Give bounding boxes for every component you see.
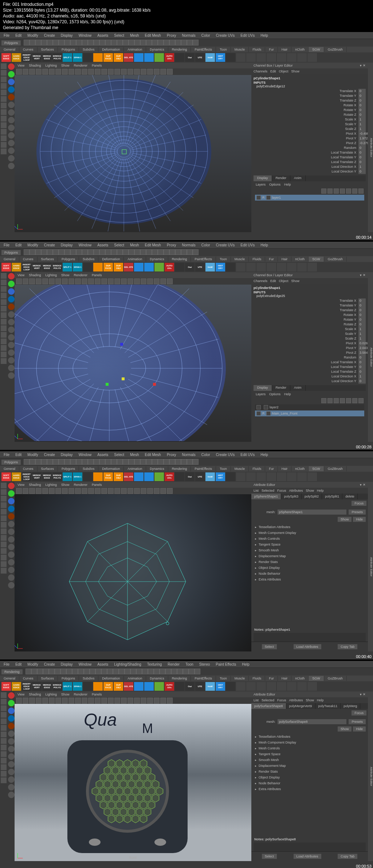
shelf-icon[interactable] <box>256 53 266 62</box>
menu-edit[interactable]: Edit <box>13 242 24 248</box>
toolbar-icon[interactable] <box>160 278 166 284</box>
shelf-tab-muscle[interactable]: Muscle <box>231 466 249 471</box>
toolbar-icon[interactable] <box>23 698 28 703</box>
tab-list[interactable]: List <box>254 489 259 492</box>
tab-help[interactable]: Help <box>284 392 291 396</box>
tab-display[interactable]: Display <box>254 385 272 391</box>
tab-focus[interactable]: Focus <box>277 489 286 492</box>
layer-row[interactable]: layer2 <box>255 404 364 410</box>
show-button[interactable]: Show <box>338 726 352 732</box>
toolbar-icon[interactable] <box>64 40 70 45</box>
shelf-icon[interactable]: DUP FACE <box>103 682 113 691</box>
tab-show[interactable]: Show <box>291 279 300 283</box>
shelf-icon[interactable] <box>93 53 103 62</box>
tool-icon[interactable] <box>1 542 7 547</box>
toolbar-icon[interactable] <box>147 698 153 703</box>
ae-button-copy-tab[interactable]: Copy Tab <box>338 854 357 859</box>
outliner-icon[interactable] <box>8 544 15 550</box>
tab-render[interactable]: Render <box>272 175 291 181</box>
ae-section[interactable]: Displacement Map <box>251 553 368 559</box>
toolbar-icon[interactable] <box>129 249 134 255</box>
shelf-tab-toon[interactable]: Toon <box>216 47 231 52</box>
toolbar-icon[interactable] <box>142 669 148 674</box>
shelf-icon[interactable]: MERGE VERT <box>32 53 42 62</box>
toolbar-icon[interactable] <box>88 69 94 75</box>
shelf-icon[interactable]: BRIDGE POLYS <box>52 263 62 272</box>
tool-icon[interactable] <box>1 751 7 757</box>
outliner-icon[interactable] <box>8 273 15 280</box>
ae-section[interactable]: Object Display <box>251 774 368 780</box>
outliner-icon[interactable] <box>8 79 15 85</box>
toolbar-icon[interactable] <box>123 459 129 465</box>
menu-normals[interactable]: Normals <box>180 452 198 457</box>
toolbar-icon[interactable] <box>16 698 22 703</box>
shelf-icon[interactable]: UTE <box>195 263 205 272</box>
tab-object[interactable]: Object <box>279 70 288 73</box>
toolbar-icon[interactable] <box>16 69 22 75</box>
shelf-icon[interactable]: DUP FACE <box>103 53 113 62</box>
shelf-icon[interactable] <box>297 263 307 272</box>
shelf-icon[interactable] <box>236 472 246 481</box>
shelf-icon[interactable]: HIST ORY <box>216 682 225 691</box>
toolbar-icon[interactable] <box>55 488 61 494</box>
tab-show[interactable]: Show <box>306 489 314 492</box>
shelf-icon[interactable]: HsW <box>205 682 215 691</box>
shelf-icon[interactable] <box>267 682 276 691</box>
toolbar-icon[interactable] <box>47 459 53 465</box>
toolbar-icon[interactable] <box>75 488 81 494</box>
outliner-icon[interactable] <box>8 124 15 131</box>
ae-section[interactable]: Render Stats <box>251 769 368 774</box>
layer-icon[interactable] <box>340 398 345 403</box>
outliner-icon[interactable] <box>8 372 15 379</box>
shelf-tab-general[interactable]: General <box>0 47 19 52</box>
toolbar-icon[interactable] <box>167 69 173 75</box>
toolbar-icon[interactable] <box>82 278 87 284</box>
toolbar-icon[interactable] <box>187 459 193 465</box>
toolbar-icon[interactable] <box>94 40 99 45</box>
shelf-tab-curves[interactable]: Curves <box>19 466 38 471</box>
shelf-icon[interactable]: SPAN 1 <box>73 472 82 481</box>
shelf-icon[interactable]: SPLIT 1 <box>63 53 72 62</box>
toolbar-icon[interactable] <box>70 459 76 465</box>
menu-edit[interactable]: Edit <box>13 662 24 667</box>
toolbar-icon[interactable] <box>108 69 114 75</box>
toolbar-icon[interactable] <box>108 698 114 703</box>
tool-icon[interactable] <box>1 299 7 305</box>
menu-proxy[interactable]: Proxy <box>165 242 178 248</box>
menu-color[interactable]: Color <box>199 242 212 248</box>
toolbar-icon[interactable] <box>82 249 88 255</box>
menu-window[interactable]: Window <box>76 452 94 457</box>
shelf-icon[interactable] <box>267 472 276 481</box>
shelf-tab-painteffects[interactable]: PaintEffects <box>191 676 216 681</box>
menu-edit-uvs[interactable]: Edit UVs <box>238 242 257 248</box>
shelf-icon[interactable]: Out <box>185 53 195 62</box>
toolbar-icon[interactable] <box>154 69 160 75</box>
toolbar-icon[interactable] <box>53 249 59 255</box>
outliner-icon[interactable] <box>8 296 15 302</box>
toolbar-icon[interactable] <box>154 278 160 284</box>
toolbar-icon[interactable] <box>160 488 166 494</box>
mesh-name-field[interactable]: polySurfaceShape8 <box>278 719 346 724</box>
toolbar-icon[interactable] <box>111 40 117 45</box>
shelf-icon[interactable]: INSERT EDGE LOOP <box>22 53 31 62</box>
toolbar-icon[interactable] <box>35 459 41 465</box>
toolbar-icon[interactable] <box>108 278 114 284</box>
shelf-icon[interactable]: SOFT EDGE <box>1 472 11 481</box>
shelf-icon[interactable]: INSERT EDGE LOOP <box>22 263 31 272</box>
menu-edit-uvs[interactable]: Edit UVs <box>238 33 257 38</box>
menu-shading[interactable]: Shading <box>27 483 42 487</box>
menu-create-uvs[interactable]: Create UVs <box>214 452 237 457</box>
toolbar-icon[interactable] <box>36 488 42 494</box>
shelf-tab-sgw[interactable]: SGW <box>309 257 324 262</box>
shelf-tab-deformation[interactable]: Deformation <box>98 676 124 681</box>
tool-icon[interactable] <box>1 483 7 488</box>
toolbar-icon[interactable] <box>95 278 101 284</box>
shelf-icon[interactable] <box>83 263 93 272</box>
toolbar-icon[interactable] <box>147 69 153 75</box>
shelf-tab-fluids[interactable]: Fluids <box>249 257 265 262</box>
shelf-icon[interactable] <box>154 682 164 691</box>
shelf-tab-sgw[interactable]: SGW <box>309 47 324 52</box>
tool-icon[interactable] <box>1 535 7 541</box>
shelf-tab-muscle[interactable]: Muscle <box>231 676 249 681</box>
outliner-icon[interactable] <box>8 490 15 497</box>
